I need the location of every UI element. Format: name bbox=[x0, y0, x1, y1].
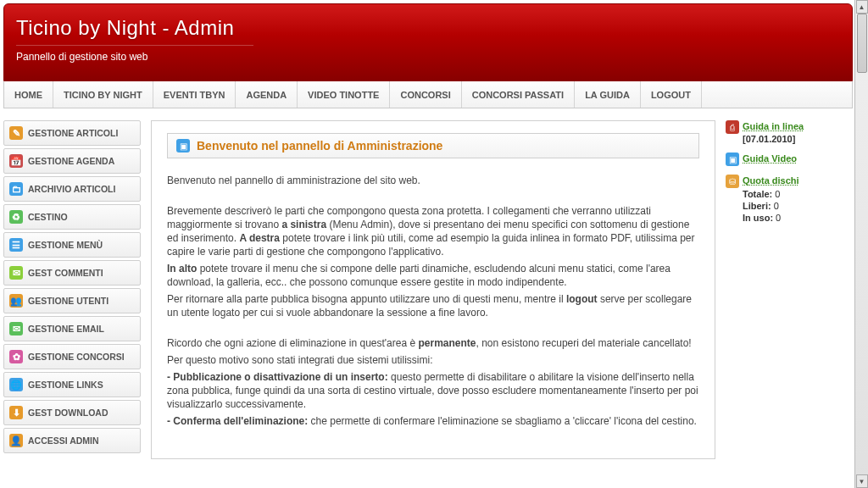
pdf-icon: ⎙ bbox=[726, 120, 739, 134]
sidebar-icon: 🗀 bbox=[9, 182, 23, 196]
app-title: Ticino by Night - Admin bbox=[16, 16, 852, 40]
sidebar: ✎GESTIONE ARTICOLI📅GESTIONE AGENDA🗀ARCHI… bbox=[3, 120, 141, 459]
nav-logout[interactable]: LOGOUT bbox=[641, 81, 702, 108]
paragraph: Per ritornare alla parte pubblica bisogn… bbox=[167, 292, 699, 319]
nav-agenda[interactable]: AGENDA bbox=[236, 81, 298, 108]
sidebar-icon: ⬇ bbox=[9, 406, 23, 419]
sidebar-item-gest-download[interactable]: ⬇GEST DOWNLOAD bbox=[3, 400, 141, 425]
guida-date: [07.01.2010] bbox=[743, 134, 795, 144]
top-nav: HOMETICINO BY NIGHTEVENTI TBYNAGENDAVIDE… bbox=[3, 81, 853, 108]
sidebar-icon: ✉ bbox=[9, 322, 23, 336]
sidebar-icon: ♻ bbox=[9, 210, 23, 224]
scroll-up-arrow[interactable]: ▲ bbox=[856, 0, 868, 14]
sidebar-icon: ✉ bbox=[9, 266, 23, 280]
sidebar-icon: ✎ bbox=[9, 126, 23, 140]
sidebar-item-archivio-articoli[interactable]: 🗀ARCHIVIO ARTICOLI bbox=[3, 176, 141, 202]
sidebar-item-label: GESTIONE CONCORSI bbox=[28, 352, 125, 362]
link-guida-inlinea[interactable]: ⎙Guida in linea [07.01.2010] bbox=[726, 120, 853, 144]
sidebar-item-label: GESTIONE MENÙ bbox=[28, 240, 103, 250]
sidebar-item-label: GESTIONE AGENDA bbox=[28, 156, 114, 166]
video-icon: ▣ bbox=[726, 152, 739, 166]
vertical-scrollbar[interactable]: ▲ ▼ bbox=[854, 0, 868, 488]
content-body: Benvenuto nel pannello di amministrazion… bbox=[167, 174, 699, 428]
sidebar-item-gestione-men-[interactable]: ☰GESTIONE MENÙ bbox=[3, 232, 141, 258]
sidebar-icon: ☰ bbox=[9, 238, 23, 252]
sidebar-icon: 👥 bbox=[9, 294, 23, 308]
quota-stats: Totale: 0 Liberi: 0 In uso: 0 bbox=[743, 188, 853, 224]
sidebar-item-gest-commenti[interactable]: ✉GEST COMMENTI bbox=[3, 260, 141, 286]
sidebar-item-label: GESTIONE UTENTI bbox=[28, 296, 108, 306]
sidebar-item-gestione-utenti[interactable]: 👥GESTIONE UTENTI bbox=[3, 288, 141, 313]
sidebar-item-gestione-concorsi[interactable]: ✿GESTIONE CONCORSI bbox=[3, 344, 141, 369]
nav-home[interactable]: HOME bbox=[4, 81, 53, 108]
nav-la-guida[interactable]: LA GUIDA bbox=[575, 81, 641, 108]
sidebar-icon: 📅 bbox=[9, 154, 23, 168]
paragraph: Ricordo che ogni azione di eliminazione … bbox=[167, 336, 699, 350]
sidebar-item-label: GESTIONE ARTICOLI bbox=[28, 128, 118, 138]
paragraph: In alto potete trovare il menu che si co… bbox=[167, 262, 699, 289]
nav-eventi-tbyn[interactable]: EVENTI TBYN bbox=[153, 81, 236, 108]
sidebar-item-gestione-email[interactable]: ✉GESTIONE EMAIL bbox=[3, 316, 141, 341]
sidebar-item-gestione-agenda[interactable]: 📅GESTIONE AGENDA bbox=[3, 148, 141, 174]
scroll-thumb[interactable] bbox=[857, 14, 867, 73]
sidebar-item-accessi-admin[interactable]: 👤ACCESSI ADMIN bbox=[3, 428, 141, 453]
home-icon: ▣ bbox=[176, 139, 190, 152]
sidebar-item-label: GESTIONE LINKS bbox=[28, 380, 103, 390]
nav-concorsi-passati[interactable]: CONCORSI PASSATI bbox=[462, 81, 575, 108]
sidebar-item-gestione-links[interactable]: 🌐GESTIONE LINKS bbox=[3, 372, 141, 397]
quota-dischi[interactable]: ⛁Quota dischi Totale: 0 Liberi: 0 In uso… bbox=[726, 175, 853, 224]
paragraph: Per questo motivo sono stati integrati d… bbox=[167, 353, 699, 367]
sidebar-item-gestione-articoli[interactable]: ✎GESTIONE ARTICOLI bbox=[3, 120, 141, 146]
scroll-down-arrow[interactable]: ▼ bbox=[856, 474, 868, 488]
right-panel: ⎙Guida in linea [07.01.2010] ▣Guida Vide… bbox=[726, 120, 853, 459]
paragraph: - Conferma dell'eliminazione: che permet… bbox=[167, 414, 699, 428]
sidebar-item-label: GESTIONE EMAIL bbox=[28, 324, 104, 334]
sidebar-item-label: GEST COMMENTI bbox=[28, 268, 103, 278]
link-guida-video[interactable]: ▣Guida Video bbox=[726, 152, 853, 166]
sidebar-item-cestino[interactable]: ♻CESTINO bbox=[3, 204, 141, 230]
paragraph: Brevemente descriverò le parti che compo… bbox=[167, 204, 699, 258]
main-panel: ▣ Benvenuto nel pannello di Amministrazi… bbox=[151, 120, 715, 459]
sidebar-icon: 🌐 bbox=[9, 378, 23, 391]
app-subtitle: Pannello di gestione sito web bbox=[16, 45, 253, 63]
sidebar-icon: ✿ bbox=[9, 350, 23, 363]
sidebar-item-label: ACCESSI ADMIN bbox=[28, 435, 99, 446]
app-header: Ticino by Night - Admin Pannello di gest… bbox=[3, 3, 853, 81]
sidebar-item-label: GEST DOWNLOAD bbox=[28, 408, 108, 418]
nav-video-tinotte[interactable]: VIDEO TINOTTE bbox=[298, 81, 390, 108]
welcome-bar: ▣ Benvenuto nel pannello di Amministrazi… bbox=[167, 133, 699, 158]
sidebar-item-label: ARCHIVIO ARTICOLI bbox=[28, 184, 115, 194]
welcome-title: Benvenuto nel pannello di Amministrazion… bbox=[197, 139, 442, 152]
disk-icon: ⛁ bbox=[726, 175, 739, 188]
nav-ticino-by-night[interactable]: TICINO BY NIGHT bbox=[53, 81, 153, 108]
paragraph: - Pubblicazione o disattivazione di un i… bbox=[167, 370, 699, 411]
sidebar-icon: 👤 bbox=[9, 434, 23, 447]
paragraph: Benvenuto nel pannello di amministrazion… bbox=[167, 174, 699, 187]
nav-concorsi[interactable]: CONCORSI bbox=[390, 81, 461, 108]
sidebar-item-label: CESTINO bbox=[28, 212, 68, 222]
